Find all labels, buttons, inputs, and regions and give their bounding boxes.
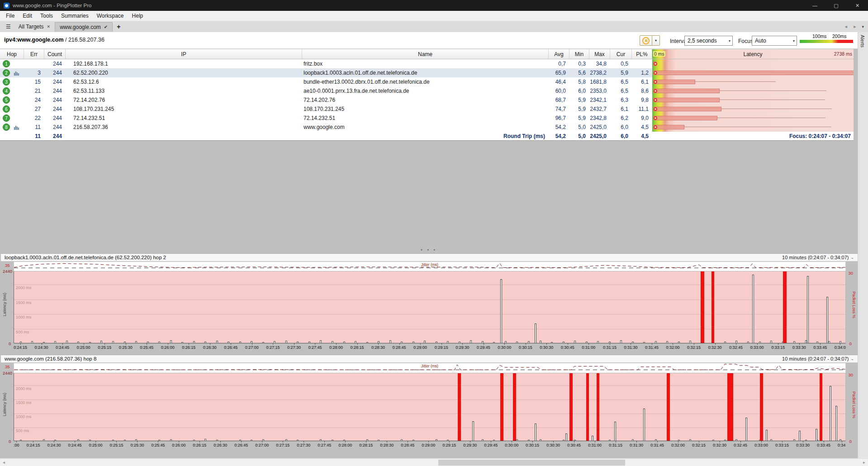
cell-name: loopback1.0003.acln.01.off.de.net.telefo…: [302, 68, 549, 77]
baseline-bar: [251, 341, 252, 343]
table-row-hop-6[interactable]: 627244108.170.231.245108.170.231.24574,7…: [0, 105, 854, 114]
tab-all-targets[interactable]: All Targets ✕: [14, 22, 55, 32]
baseline-bar: [447, 341, 449, 343]
baseline-bar: [805, 340, 807, 343]
baseline-bar: [793, 439, 795, 441]
timeline-plot[interactable]: 2000 ms1500 ms1000 ms500 ms: [14, 271, 846, 343]
table-row-hop-1[interactable]: 1244192.168.178.1fritz.box0,70,334,80,5: [0, 59, 854, 68]
tab-nav: ◄ ► ▾: [844, 24, 868, 29]
cell-ip: 72.14.202.76: [66, 95, 302, 105]
splitter-handle-icon[interactable]: ● ● ●: [0, 248, 858, 251]
y-axis-title: Latency (ms): [2, 293, 7, 316]
menu-item-tools[interactable]: Tools: [36, 11, 57, 20]
time-axis-label: 0:32:15: [692, 441, 706, 450]
scroll-right-icon[interactable]: ►: [860, 459, 868, 466]
column-header-latency[interactable]: 0 ms Latency 2738 ms: [652, 49, 854, 59]
hop-number-badge: 3: [3, 78, 10, 86]
menu-item-workspace[interactable]: Workspace: [93, 11, 128, 20]
column-header-err[interactable]: Err: [24, 49, 44, 59]
baseline-bar: [609, 440, 611, 441]
time-axis-label: 0:33:15: [775, 441, 789, 450]
latency-bar: [653, 71, 854, 75]
baseline-bar: [239, 440, 241, 441]
table-row-hop-7[interactable]: 72224472.14.232.5172.14.232.5196,75,9234…: [0, 114, 854, 123]
latency-bar: [653, 89, 720, 93]
time-axis-label: 0:33:30: [792, 343, 806, 353]
horizontal-scrollbar[interactable]: ◄ ►: [0, 458, 868, 466]
column-header-max[interactable]: Max: [589, 49, 610, 59]
pause-dropdown-button[interactable]: ▾: [652, 35, 660, 46]
packet-loss-bar: [667, 373, 670, 441]
window-title: www.google.com - PingPlotter Pro: [13, 3, 92, 8]
time-axis-label: 0:33:00: [750, 343, 764, 353]
gridline: [14, 300, 845, 300]
column-header-cur[interactable]: Cur: [610, 49, 632, 59]
close-button[interactable]: ✕: [847, 0, 868, 11]
baseline-bar: [609, 342, 611, 343]
cell-avg: 68,7: [549, 95, 569, 105]
time-axis-label: 0:27:45: [318, 441, 331, 450]
column-header-name[interactable]: Name: [302, 49, 549, 59]
packet-loss-bar: [597, 373, 599, 441]
baseline-bar: [320, 439, 322, 441]
table-row-hop-8[interactable]: 811244216.58.207.36www.google.com54,25,0…: [0, 123, 854, 132]
round-trip-summary-row: 11 244 Round Trip (ms) 54,2 5,0 2425,0 6…: [0, 132, 854, 141]
focus-select[interactable]: Auto ▾: [752, 36, 797, 46]
time-axis-label: 0:28:00: [338, 441, 352, 450]
focus-label: Focus: [738, 38, 753, 44]
cell-pl: 9,0: [632, 114, 652, 123]
baseline-bar: [77, 439, 79, 441]
jitter-max-label: 35: [5, 263, 10, 268]
baseline-bar: [759, 342, 761, 343]
time-axis-label: 0:32:30: [713, 441, 726, 450]
latency-graph-cell: [652, 68, 854, 77]
menu-item-help[interactable]: Help: [128, 11, 147, 20]
hop-number-badge: 2: [3, 69, 10, 76]
tab-scroll-left-icon[interactable]: ◄: [844, 24, 848, 29]
table-row-hop-2[interactable]: 2324462.52.200.220loopback1.0003.acln.01…: [0, 68, 854, 77]
target-list-menu-icon[interactable]: ☰: [3, 24, 14, 30]
timeline-range-selector[interactable]: 10 minutes (0:24:07 - 0:34:07)⌄: [782, 356, 854, 361]
column-header-ip[interactable]: IP: [66, 49, 302, 59]
legend-100ms-label: 100ms: [812, 33, 827, 39]
summary-min: 5,0: [569, 132, 589, 140]
minimize-button[interactable]: —: [804, 0, 825, 11]
cell-avg: 74,7: [549, 105, 569, 114]
new-tab-button[interactable]: +: [113, 23, 124, 30]
interval-select[interactable]: 2,5 seconds ▾: [684, 36, 733, 46]
time-axis-label: 0:27:15: [266, 343, 280, 353]
target-title: ipv4:www.google.com / 216.58.207.36: [4, 37, 104, 43]
tab-scroll-right-icon[interactable]: ►: [853, 24, 857, 29]
baseline-bar: [805, 440, 807, 441]
jitter-strip: Jitter (ms): [14, 262, 846, 271]
tab-close-icon[interactable]: ✕: [47, 24, 51, 29]
target-host: ipv4:www.google.com: [4, 37, 64, 43]
column-header-pl[interactable]: PL%: [632, 49, 652, 59]
tab-list-dropdown-icon[interactable]: ▾: [862, 24, 864, 29]
column-header-hop[interactable]: Hop: [0, 49, 24, 59]
table-row-hop-3[interactable]: 31524462.53.12.6bundle-ether13.0002.dbrx…: [0, 77, 854, 86]
alerts-tab[interactable]: Alerts: [860, 35, 865, 48]
timeline-range-selector[interactable]: 10 minutes (0:24:07 - 0:34:07)⌄: [782, 255, 854, 260]
maximize-button[interactable]: ▢: [825, 0, 847, 11]
packet-loss-bar: [513, 373, 516, 441]
scrollbar-thumb[interactable]: [438, 460, 625, 466]
table-row-hop-5[interactable]: 52424472.14.202.7672.14.202.7668,75,9234…: [0, 95, 854, 105]
tab-www-google-com[interactable]: www.google.com ✔: [55, 22, 113, 32]
time-axis-label: 0:28:30: [380, 441, 394, 450]
time-axis-label: 0:31:00: [588, 441, 602, 450]
column-header-min[interactable]: Min: [569, 49, 589, 59]
baseline-bar: [632, 439, 634, 441]
table-row-hop-4[interactable]: 42124462.53.11.133ae10-0.0001.prrx.13.fr…: [0, 86, 854, 95]
column-header-avg[interactable]: Avg: [549, 49, 569, 59]
baseline-bar: [308, 342, 310, 343]
time-axis-label: :00: [14, 441, 19, 450]
menu-item-edit[interactable]: Edit: [19, 11, 36, 20]
scroll-left-icon[interactable]: ◄: [0, 459, 8, 466]
menu-item-summaries[interactable]: Summaries: [57, 11, 93, 20]
timeline-plot[interactable]: 2000 ms1500 ms1000 ms500 ms: [14, 373, 846, 441]
column-header-count[interactable]: Count: [44, 49, 66, 59]
baseline-bar: [366, 342, 368, 343]
menu-item-file[interactable]: File: [2, 11, 19, 20]
pause-button[interactable]: [640, 35, 652, 46]
